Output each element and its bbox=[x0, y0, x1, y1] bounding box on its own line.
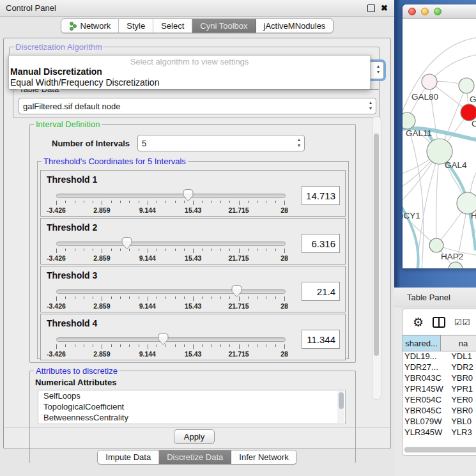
apply-button[interactable]: Apply bbox=[174, 429, 215, 444]
slider-ticks bbox=[56, 201, 284, 206]
attribute-list-item[interactable]: BetweennessCentrality bbox=[38, 412, 345, 423]
tab-network[interactable]: Network bbox=[61, 19, 119, 33]
table-scrollbar-thumb[interactable] bbox=[404, 447, 476, 452]
table-row[interactable]: YIL052CYIL0 bbox=[403, 438, 476, 440]
slider-thumb[interactable] bbox=[231, 285, 242, 298]
table-row[interactable]: YBR045CYBR0 bbox=[403, 406, 476, 417]
threshold-value-field-2[interactable]: 6.316 bbox=[302, 234, 340, 253]
zoom-traffic-light-icon[interactable] bbox=[434, 8, 441, 15]
table-row[interactable]: YLR345WYLR3 bbox=[403, 427, 476, 438]
slider-ticks bbox=[56, 344, 284, 349]
table-row[interactable]: YDL19...YDL1 bbox=[403, 351, 476, 362]
slider-track[interactable] bbox=[56, 242, 286, 246]
interval-definition-group: Interval Definition Number of Intervals … bbox=[29, 124, 356, 363]
attribute-list-item[interactable]: SelfLoops bbox=[38, 390, 345, 401]
attributes-scrollbar-thumb[interactable] bbox=[339, 392, 344, 409]
tab-impute-data[interactable]: Impute Data bbox=[98, 450, 159, 464]
close-icon[interactable]: ✖ bbox=[381, 4, 388, 12]
node-label: GAL80 bbox=[411, 92, 438, 102]
slider-track[interactable] bbox=[56, 337, 286, 342]
checkbox-icons[interactable]: ☑☑ bbox=[454, 318, 470, 327]
network-icon bbox=[69, 22, 77, 31]
table-data-combo[interactable]: galFiltered.sif default node ▴▾ bbox=[19, 98, 376, 114]
threshold-slider-1: -3.4262.8599.14415.4321.71528 bbox=[56, 190, 284, 214]
network-node-ga[interactable] bbox=[459, 78, 474, 93]
shared-name-cell: YPR145W bbox=[403, 384, 449, 395]
slider-thumb[interactable] bbox=[183, 189, 194, 202]
threshold-panel-2: Threshold 2-3.4262.8599.14415.4321.71528… bbox=[40, 218, 346, 265]
slider-thumb[interactable] bbox=[121, 237, 132, 250]
threshold-value-field-1[interactable]: 14.713 bbox=[302, 186, 340, 205]
close-traffic-light-icon[interactable] bbox=[408, 8, 416, 15]
column-header-shared-name[interactable]: shared... bbox=[403, 335, 441, 351]
content-vertical-scrollbar[interactable] bbox=[372, 116, 381, 400]
table-horizontal-scrollbar[interactable] bbox=[404, 447, 476, 453]
attribute-list-item[interactable]: TopologicalCoefficient bbox=[38, 401, 345, 412]
name-cell: YDL1 bbox=[449, 351, 476, 362]
number-of-intervals-value: 5 bbox=[142, 139, 146, 148]
table-toolbar: ⚙ ☑☑ bbox=[403, 309, 476, 335]
node-label: GA bbox=[470, 95, 476, 104]
tab-select[interactable]: Select bbox=[153, 19, 192, 33]
threshold-label-3: Threshold 3 bbox=[41, 266, 345, 280]
attributes-list-scrollbar[interactable] bbox=[337, 391, 344, 423]
node-label: H bbox=[471, 211, 476, 220]
table-row[interactable]: YDR27...YDR2 bbox=[403, 362, 476, 373]
number-of-intervals-spinner[interactable]: 5 ▴▾ bbox=[137, 135, 305, 151]
slider-track[interactable] bbox=[56, 289, 286, 294]
numerical-attributes-list[interactable]: SelfLoopsTopologicalCoefficientBetweenne… bbox=[38, 390, 346, 424]
tab-jactivemnodules[interactable]: jActiveMNodules bbox=[256, 19, 334, 33]
tab-cyni-toolbox[interactable]: Cyni Toolbox bbox=[192, 19, 256, 33]
tab-label: Cyni Toolbox bbox=[200, 21, 247, 31]
network-view-window: GAL80GACGAL11GAL4HGCY1HAP2 bbox=[403, 4, 476, 268]
shared-name-cell: YBL079W bbox=[403, 417, 449, 427]
node-label: GAL4 bbox=[445, 160, 467, 170]
name-cell: YBR0 bbox=[449, 406, 476, 417]
tab-label: Discretize Data bbox=[167, 452, 223, 462]
slider-track[interactable] bbox=[56, 194, 286, 198]
threshold-slider-2: -3.4262.8599.14415.4321.71528 bbox=[56, 238, 284, 262]
table-row[interactable]: YBR043CYBR0 bbox=[403, 373, 476, 384]
control-panel-titlebar: Control Panel ✖ bbox=[0, 0, 394, 17]
name-cell: YBL0 bbox=[449, 417, 476, 427]
network-node-gal11[interactable] bbox=[403, 112, 415, 129]
content-scrollbar-thumb[interactable] bbox=[374, 134, 379, 356]
threshold-coordinates-group: Threshold's Coordinates for 5 Intervals … bbox=[37, 161, 349, 359]
network-canvas[interactable]: GAL80GACGAL11GAL4HGCY1HAP2 bbox=[403, 19, 476, 268]
tab-style[interactable]: Style bbox=[119, 19, 153, 33]
table-row[interactable]: YER054CYER0 bbox=[403, 395, 476, 406]
slider-thumb[interactable] bbox=[158, 333, 169, 346]
shared-name-cell: YBR043C bbox=[403, 373, 449, 384]
minimize-traffic-light-icon[interactable] bbox=[421, 8, 429, 15]
tab-discretize-data[interactable]: Discretize Data bbox=[159, 450, 231, 464]
table-panel-card: ⚙ ☑☑ shared... na YDL19...YDL1YDR27...YD… bbox=[402, 309, 476, 456]
table-data-group: Table Data galFiltered.sif default node … bbox=[13, 89, 380, 118]
network-node-hap2[interactable] bbox=[429, 238, 443, 252]
slider-scale-labels: -3.4262.8599.14415.4321.71528 bbox=[56, 302, 284, 310]
network-window-frame: GAL80GACGAL11GAL4HGCY1HAP2 bbox=[394, 0, 476, 288]
threshold-value-field-3[interactable]: 21.4 bbox=[302, 282, 340, 301]
table-row[interactable]: YPR145WYPR1 bbox=[403, 384, 476, 395]
name-cell: YPR1 bbox=[449, 384, 476, 395]
dropdown-item-manual-discretization[interactable]: Manual Discretization bbox=[9, 66, 370, 77]
column-header-name[interactable]: na bbox=[441, 335, 476, 351]
name-cell: YER0 bbox=[449, 395, 476, 406]
tab-label: Style bbox=[127, 21, 145, 31]
gear-icon[interactable]: ⚙ bbox=[413, 316, 424, 328]
table-panel-header: Table Panel bbox=[394, 288, 476, 307]
threshold-value-field-4[interactable]: 11.344 bbox=[302, 330, 340, 349]
table-row[interactable]: YBL079WYBL0 bbox=[403, 417, 476, 427]
float-window-icon[interactable] bbox=[367, 4, 375, 12]
threshold-slider-4: -3.4262.8599.14415.4321.71528 bbox=[56, 334, 284, 358]
threshold-label-4: Threshold 4 bbox=[41, 314, 345, 328]
network-window-titlebar bbox=[403, 4, 476, 19]
number-of-intervals-label: Number of Intervals bbox=[52, 139, 130, 148]
slider-ticks bbox=[56, 296, 284, 302]
dropdown-item-equal-width-frequency[interactable]: Equal Width/Frequency Discretization bbox=[9, 77, 370, 88]
network-node-gal80[interactable] bbox=[422, 74, 437, 89]
panel-title: Control Panel bbox=[0, 3, 56, 13]
columns-icon[interactable] bbox=[433, 317, 445, 328]
top-tab-bar: NetworkStyleSelectCyni ToolboxjActiveMNo… bbox=[61, 19, 334, 33]
screenshot-root: Control Panel ✖ NetworkStyleSelectCyni T… bbox=[0, 0, 476, 476]
tab-infer-network[interactable]: Infer Network bbox=[231, 450, 296, 464]
